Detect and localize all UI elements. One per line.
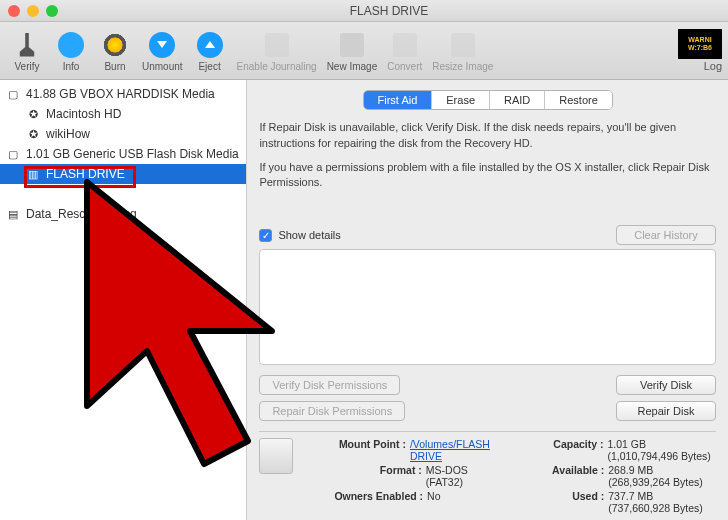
disk-info-footer: Mount Point :/Volumes/FLASH DRIVE Format… — [259, 431, 716, 514]
resize-image-button: Resize Image — [428, 25, 497, 77]
usb-icon: ▥ — [26, 167, 40, 181]
arrow-up-icon — [197, 32, 223, 58]
list-item[interactable]: ▢1.01 GB Generic USB Flash Disk Media — [0, 144, 246, 164]
clear-history-button: Clear History — [616, 225, 716, 245]
list-item[interactable]: ▤Data_Rescue S.dmg — [0, 204, 246, 224]
info-icon — [58, 32, 84, 58]
minimize-icon[interactable] — [27, 5, 39, 17]
convert-button: Convert — [383, 25, 426, 77]
list-item[interactable]: ✪wikiHow — [0, 124, 246, 144]
disk-sidebar: ▢41.88 GB VBOX HARDDISK Media ✪Macintosh… — [0, 80, 247, 520]
tab-bar: First Aid Erase RAID Restore — [363, 90, 613, 110]
format-value: MS-DOS (FAT32) — [426, 464, 507, 488]
enable-journaling-button: Enable Journaling — [233, 25, 321, 77]
show-details-checkbox[interactable]: ✓ — [259, 229, 272, 242]
tab-raid[interactable]: RAID — [490, 91, 545, 109]
available-value: 268.9 MB (268,939,264 Bytes) — [608, 464, 716, 488]
maximize-icon[interactable] — [46, 5, 58, 17]
tab-first-aid[interactable]: First Aid — [364, 91, 433, 109]
resize-icon — [451, 33, 475, 57]
volume-icon: ✪ — [26, 127, 40, 141]
unmount-button[interactable]: Unmount — [138, 25, 187, 77]
eject-button[interactable]: Eject — [189, 25, 231, 77]
toolbar: Verify Info Burn Unmount Eject Enable Jo… — [0, 22, 728, 80]
mount-point-value: /Volumes/FLASH DRIVE — [410, 438, 507, 462]
dmg-icon: ▤ — [6, 207, 20, 221]
arrow-down-icon — [149, 32, 175, 58]
list-item-selected[interactable]: ▥FLASH DRIVE — [0, 164, 246, 184]
burn-icon — [102, 32, 128, 58]
volume-icon: ✪ — [26, 107, 40, 121]
log-button[interactable]: Log — [704, 60, 722, 72]
disk-thumbnail-icon — [259, 438, 293, 474]
tab-restore[interactable]: Restore — [545, 91, 612, 109]
hdd-icon: ▢ — [6, 147, 20, 161]
show-details-label: Show details — [278, 229, 340, 241]
list-item[interactable]: ✪Macintosh HD — [0, 104, 246, 124]
repair-permissions-button: Repair Disk Permissions — [259, 401, 405, 421]
window-controls — [8, 5, 58, 17]
close-icon[interactable] — [8, 5, 20, 17]
convert-icon — [393, 33, 417, 57]
warning-badge: WARNIW:7:B6 — [678, 29, 722, 59]
titlebar: FLASH DRIVE — [0, 0, 728, 22]
window-title: FLASH DRIVE — [58, 4, 720, 18]
list-spacer — [0, 184, 246, 204]
info-button[interactable]: Info — [50, 25, 92, 77]
journaling-icon — [265, 33, 289, 57]
hdd-icon: ▢ — [6, 87, 20, 101]
verify-permissions-button: Verify Disk Permissions — [259, 375, 400, 395]
info-text: If Repair Disk is unavailable, click Ver… — [259, 120, 716, 200]
new-image-button[interactable]: New Image — [323, 25, 382, 77]
log-area[interactable] — [259, 249, 716, 365]
burn-button[interactable]: Burn — [94, 25, 136, 77]
capacity-value: 1.01 GB (1,010,794,496 Bytes) — [607, 438, 716, 462]
main-panel: First Aid Erase RAID Restore If Repair D… — [247, 80, 728, 520]
new-image-icon — [340, 33, 364, 57]
owners-value: No — [427, 490, 440, 502]
list-item[interactable]: ▢41.88 GB VBOX HARDDISK Media — [0, 84, 246, 104]
tab-erase[interactable]: Erase — [432, 91, 490, 109]
repair-disk-button[interactable]: Repair Disk — [616, 401, 716, 421]
verify-button[interactable]: Verify — [6, 25, 48, 77]
microscope-icon — [18, 33, 36, 57]
verify-disk-button[interactable]: Verify Disk — [616, 375, 716, 395]
used-value: 737.7 MB (737,660,928 Bytes) — [608, 490, 716, 514]
